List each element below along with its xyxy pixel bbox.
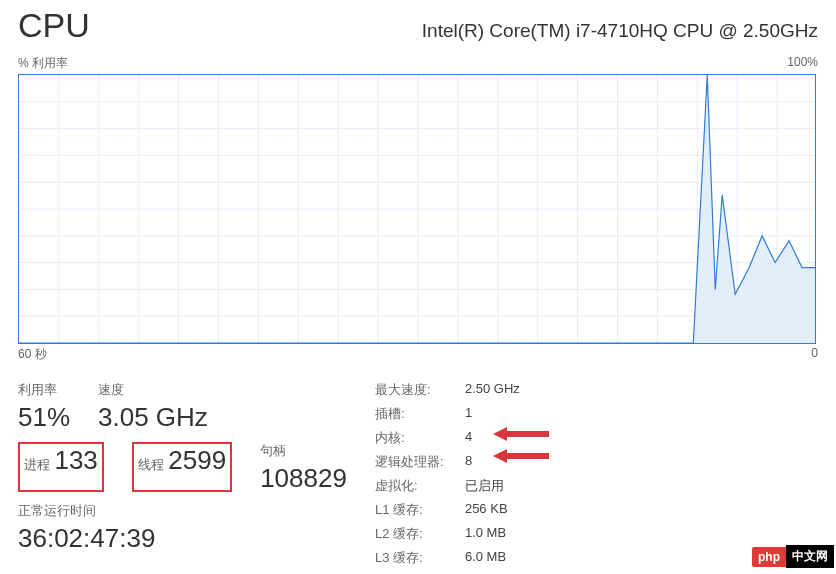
stat-value: 36:02:47:39 (18, 524, 347, 553)
detail-label: L1 缓存: (375, 501, 465, 519)
annotation-arrow-icon (493, 449, 549, 463)
stat-value: 108829 (260, 464, 347, 493)
watermark: php 中文网 (752, 545, 834, 568)
stat-label: 正常运行时间 (18, 502, 347, 520)
chart-axis-label-bottom-left: 60 秒 (18, 346, 47, 363)
stat-value: 2599 (168, 445, 226, 475)
svg-marker-28 (493, 427, 549, 441)
stat-value: 133 (54, 445, 97, 475)
detail-label: L2 缓存: (375, 525, 465, 543)
stat-value: 51% (18, 403, 70, 432)
stat-label: 利用率 (18, 381, 70, 399)
chart-axis-label-top-right: 100% (787, 55, 818, 72)
svg-marker-29 (493, 449, 549, 463)
chart-axis-label-bottom-right: 0 (811, 346, 818, 363)
stat-label: 线程 (138, 457, 164, 472)
detail-label: 插槽: (375, 405, 465, 423)
detail-value: 2.50 GHz (465, 381, 585, 399)
stats-panel: 利用率 51% 速度 3.05 GHz 进程 133 线程 2599 句柄 10… (0, 363, 836, 567)
detail-value: 1 (465, 405, 585, 423)
cpu-model-name: Intel(R) Core(TM) i7-4710HQ CPU @ 2.50GH… (422, 20, 818, 42)
cpu-utilization-chart (18, 74, 818, 344)
detail-label: 虚拟化: (375, 477, 465, 495)
page-title: CPU (18, 6, 90, 45)
detail-label: 内核: (375, 429, 465, 447)
stat-uptime: 正常运行时间 36:02:47:39 (18, 502, 347, 553)
chart-axis-label-top-left: % 利用率 (18, 55, 68, 72)
detail-value: 6.0 MB (465, 549, 585, 567)
detail-label: 最大速度: (375, 381, 465, 399)
stats-right-column: 最大速度: 2.50 GHz 插槽: 1 内核: 4 逻辑处理器: 8 虚拟化:… (375, 381, 585, 567)
chart-header: % 利用率 100% (0, 45, 836, 74)
chart-footer: 60 秒 0 (0, 344, 836, 363)
detail-value: 256 KB (465, 501, 585, 519)
stats-left-column: 利用率 51% 速度 3.05 GHz 进程 133 线程 2599 句柄 10… (18, 381, 347, 553)
header: CPU Intel(R) Core(TM) i7-4710HQ CPU @ 2.… (0, 0, 836, 45)
stat-handles: 句柄 108829 (260, 442, 347, 493)
chart-svg (18, 74, 816, 344)
watermark-php: php (752, 547, 786, 567)
stat-threads-highlighted: 线程 2599 (132, 442, 232, 493)
stat-label: 速度 (98, 381, 208, 399)
stat-label: 句柄 (260, 442, 347, 460)
stat-utilization: 利用率 51% (18, 381, 70, 432)
stat-processes-highlighted: 进程 133 (18, 442, 104, 493)
stat-value: 3.05 GHz (98, 403, 208, 432)
stat-speed: 速度 3.05 GHz (98, 381, 208, 432)
detail-value: 已启用 (465, 477, 585, 495)
annotation-arrow-icon (493, 427, 549, 441)
detail-label: 逻辑处理器: (375, 453, 465, 471)
detail-label: L3 缓存: (375, 549, 465, 567)
watermark-cn: 中文网 (786, 545, 834, 568)
stat-label: 进程 (24, 457, 50, 472)
detail-value: 1.0 MB (465, 525, 585, 543)
